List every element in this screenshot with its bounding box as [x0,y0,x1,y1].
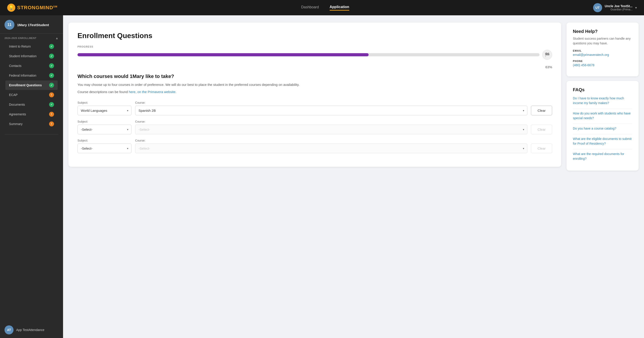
sidebar-item-student-information[interactable]: Student Information✓ [6,51,58,61]
course-catalog-link[interactable]: here, on the Primavera website. [129,90,176,94]
progress-bar-fill [78,53,368,56]
sidebar-item-enrollment-questions[interactable]: Enrollment Questions✓ [6,81,58,90]
sidebar-item-summary[interactable]: Summary! [6,119,58,129]
help-title: Need Help? [573,29,632,34]
subject-group-3: Subject:-Select-▾ [78,139,132,153]
course-row-3: Subject:-Select-▾Course:-Select-▾Clear [78,139,552,153]
faq-card: FAQs Do I have to know exactly how much … [566,81,638,171]
course-select-3[interactable]: -Select- [135,144,527,153]
course-label-1: Course: [135,101,527,104]
sidebar-item-intent-to-return[interactable]: Intent to Return✓ [6,42,58,51]
clear-button-3: Clear [531,144,552,153]
nav-item-label: Summary [9,122,22,126]
faq-item-3[interactable]: Do you have a course catalog? [573,126,632,131]
student-name: 1Mary 1TestStudent [17,23,49,27]
nav-item-label: Contacts [9,64,22,68]
page-layout: 11 1Mary 1TestStudent 2024-2025 ENROLLME… [0,0,644,338]
enrollment-label: 2024-2025 ENROLLMENT ▲ [4,36,58,40]
faq-item-5[interactable]: What are the required documents for enro… [573,152,632,161]
course-question: Which courses would 1Mary like to take? [78,74,552,79]
student-badge: 11 [4,20,14,30]
progress-label: PROGRESS [78,45,552,48]
nav-item-label: Documents [9,103,25,106]
faq-divider [573,134,632,134]
status-icon-green: ✓ [49,63,54,68]
help-description: Student success partners can handle any … [573,36,632,46]
user-info: Uncle Joe TestSt... Guardian (Prima... [605,4,632,11]
card-title: Enrollment Questions [78,32,552,40]
course-group-1: Course:Spanish 2B▾ [135,101,527,115]
enrollment-section: 2024-2025 ENROLLMENT ▲ Intent to Return✓… [0,34,63,132]
user-role: Guardian (Prima... [605,8,632,11]
nav-application[interactable]: Application [330,5,349,11]
sidebar-item-contacts[interactable]: Contacts✓ [6,61,58,71]
sidebar-item-federal-information[interactable]: Federal Information✓ [6,71,58,80]
faq-title: FAQs [573,87,632,92]
sidebar-item-agreements[interactable]: Agreements! [6,110,58,119]
subject-label-1: Subject: [78,101,132,104]
main-content: Enrollment Questions PROGRESS 🏁 63% Whic… [63,15,644,338]
subject-label-2: Subject: [78,120,132,123]
course-select-2[interactable]: -Select- [135,125,527,134]
status-icon-green: ✓ [49,54,54,59]
enrollment-chevron-icon[interactable]: ▲ [56,36,58,40]
faq-item-2[interactable]: How do you work with students who have s… [573,111,632,121]
course-row-1: Subject:World Languages▾Course:Spanish 2… [78,101,552,115]
faq-items: Do I have to know exactly how much incom… [573,96,632,161]
progress-percentage: 63% [78,65,552,69]
sidebar: 11 1Mary 1TestStudent 2024-2025 ENROLLME… [0,15,63,338]
email-link[interactable]: email@primaveratech.org [573,53,609,57]
nav-item-label: Intent to Return [9,45,31,48]
nav-item-label: Enrollment Questions [9,83,42,87]
student-header: 11 1Mary 1TestStudent [0,15,63,34]
center-panel: Enrollment Questions PROGRESS 🏁 63% Whic… [68,23,561,331]
phone-link[interactable]: (480) 456-6678 [573,63,594,67]
top-navigation: 💡 STRONGMINDSM Dashboard Application UT … [0,0,644,15]
course-group-3: Course:-Select-▾ [135,139,527,153]
user-menu[interactable]: UT Uncle Joe TestSt... Guardian (Prima..… [593,3,637,12]
progress-flag-button[interactable]: 🏁 [542,50,552,60]
faq-item-1[interactable]: Do I have to know exactly how much incom… [573,96,632,106]
clear-button-1[interactable]: Clear [531,106,552,115]
status-icon-green: ✓ [49,83,54,88]
logo-text: STRONGMINDSM [17,5,58,11]
subject-select-1[interactable]: World Languages [78,106,132,115]
phone-label: PHONE [573,60,632,62]
sidebar-bottom: AT App TestAttendance [0,322,63,338]
sidebar-item-documents[interactable]: Documents✓ [6,100,58,109]
course-description-2: Course descriptions can be found here, o… [78,89,552,95]
logo: 💡 STRONGMINDSM [7,4,58,12]
nav-item-label: ECAP [9,93,18,97]
status-icon-orange: ! [49,92,54,97]
course-label-2: Course: [135,120,527,123]
nav-item-label: Federal Information [9,74,36,77]
subject-select-2[interactable]: -Select- [78,125,132,134]
logo-icon: 💡 [7,4,15,12]
faq-divider [573,124,632,124]
user-name: Uncle Joe TestSt... [605,4,632,8]
nav-dashboard[interactable]: Dashboard [301,5,319,10]
subject-label-3: Subject: [78,139,132,142]
status-icon-orange: ! [49,121,54,126]
course-select-1[interactable]: Spanish 2B [135,106,527,115]
clear-button-2: Clear [531,125,552,134]
email-label: EMAIL [573,49,632,52]
status-icon-orange: ! [49,112,54,117]
progress-row: 🏁 [78,50,552,60]
course-row-2: Subject:-Select-▾Course:-Select-▾Clear [78,120,552,134]
sidebar-item-ecap[interactable]: ECAP! [6,90,58,100]
subject-group-1: Subject:World Languages▾ [78,101,132,115]
status-icon-green: ✓ [49,44,54,49]
subject-select-3[interactable]: -Select- [78,144,132,153]
bottom-avatar: AT [4,325,14,334]
email-value: email@primaveratech.org [573,53,632,57]
faq-divider [573,109,632,109]
nav-item-label: Student Information [9,54,36,58]
faq-item-4[interactable]: What are the eligible documents to submi… [573,137,632,146]
chevron-down-icon: ▾ [635,6,637,10]
sidebar-divider [4,134,58,135]
course-group-2: Course:-Select-▾ [135,120,527,134]
status-icon-green: ✓ [49,73,54,78]
nav-tabs: Dashboard Application [301,5,349,11]
course-label-3: Course: [135,139,527,142]
